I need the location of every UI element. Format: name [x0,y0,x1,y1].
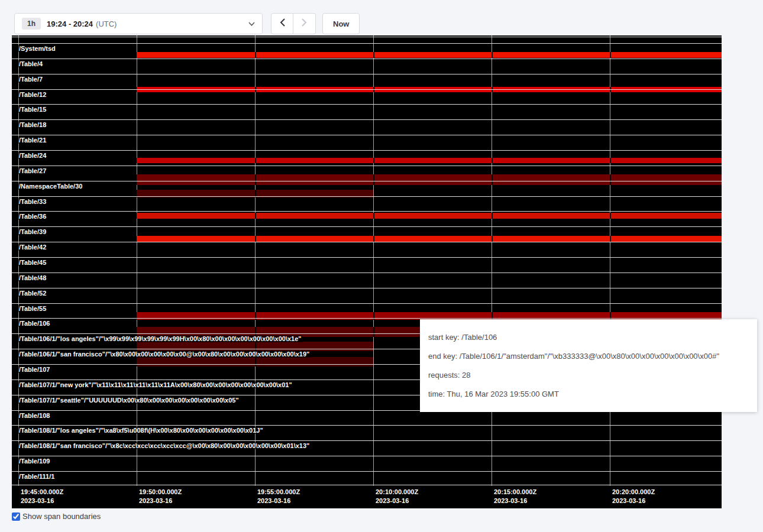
heat-band-gap [373,174,374,185]
duration-badge: 1h [22,18,41,30]
heat-band [137,52,722,58]
heat-band-gap [610,158,611,163]
span-boundary-line [12,288,722,288]
x-axis-label: 19:45:00.000Z2023-03-16 [18,488,63,505]
heat-band [137,213,722,219]
row-label: /NamespaceTable/30 [18,183,83,190]
show-span-boundaries-checkbox[interactable] [12,512,20,521]
show-span-boundaries-label: Show span boundaries [22,512,101,521]
row-label: /Table/12 [18,91,47,98]
span-boundary-line [12,456,722,456]
row-label: /Table/36 [18,213,47,220]
tooltip-start-key: start key: /Table/106 [428,332,749,342]
row-label: /Table/108/1/"san francisco"/"\x8c\xcc\x… [18,442,310,449]
row-label: /Table/15 [18,106,47,113]
row-label: /Table/111/1 [18,473,55,480]
span-boundary-line [12,226,722,227]
row-label: /Table/48 [18,274,47,281]
heat-band-gap [492,236,493,242]
heat-band [137,236,722,242]
row-label: /Table/109 [18,458,50,465]
row-label: /Table/55 [18,305,47,312]
span-boundary-line [12,181,722,181]
span-boundary-line [12,485,722,485]
span-boundary-line [12,242,722,242]
row-label: /System/tsd [18,45,56,52]
row-label: /Table/107 [18,366,50,373]
span-boundary-line [12,135,722,135]
show-span-boundaries[interactable]: Show span boundaries [12,512,101,521]
x-axis-label: 19:50:00.000Z2023-03-16 [137,488,182,505]
heat-band-gap [373,158,374,163]
row-label: /Table/108 [18,412,50,419]
span-boundary-line [12,303,722,304]
span-boundary-line [12,119,722,120]
row-label: /Table/42 [18,244,47,251]
heat-band-gap [610,52,611,58]
chevron-down-icon [248,22,255,26]
row-label: /Table/45 [18,259,47,266]
heat-band-gap [255,158,256,163]
span-boundary-line [12,89,722,90]
tooltip-end-key: end key: /Table/106/1/"amsterdam"/"\xb33… [428,351,749,361]
row-label: /Table/24 [18,152,47,159]
span-boundary-line [12,104,722,105]
span-boundary-line [12,166,722,166]
span-boundary-line [12,37,722,37]
row-label: /Table/18 [18,121,47,128]
grid-line-vertical [255,35,256,486]
span-boundary-line [12,150,722,151]
heat-band-gap [373,213,374,219]
now-button[interactable]: Now [322,13,360,34]
row-label: /Table/33 [18,198,47,205]
span-boundary-line [12,273,722,273]
x-axis-label: 20:10:00.000Z2023-03-16 [373,488,418,505]
grid-line-vertical [610,35,610,486]
time-range-select[interactable]: 1h 19:24 - 20:24 (UTC) [14,13,263,34]
heat-band-gap [373,236,374,242]
span-boundary-line [12,425,722,426]
keyvis-tooltip: start key: /Table/106 end key: /Table/10… [420,319,757,412]
heat-band-gap [492,158,493,163]
heat-band-gap [610,174,611,185]
row-label: /Table/7 [18,76,43,83]
heat-band-gap [492,52,493,58]
heat-band-gap [492,213,493,219]
x-axis-label: 20:15:00.000Z2023-03-16 [492,488,536,505]
chevron-right-icon [302,18,307,29]
time-range-label: 19:24 - 20:24 [47,20,93,28]
span-boundary-line [12,59,722,59]
grid-line-vertical [373,35,374,486]
time-nav-group [271,13,316,34]
heat-band-gap [492,174,493,185]
heat-band-gap [373,327,374,337]
span-boundary-line [12,440,722,441]
heat-band-gap [255,52,256,58]
span-boundary-line [12,196,722,197]
heat-band-gap [610,213,611,219]
grid-line-vertical [137,35,137,486]
heat-band-gap [255,174,256,185]
heat-band-gap [373,52,374,58]
tooltip-time: time: Thu, 16 Mar 2023 19:55:00 GMT [428,389,749,399]
chevron-left-icon [280,18,285,29]
keyvis-plot[interactable]: /System/tsd/Table/4/Table/7/Table/12/Tab… [12,35,722,508]
span-boundary-line [12,471,722,472]
heat-band-gap [255,213,256,219]
row-label: /Table/106/1/"los angeles"/"\x99\x99\x99… [18,335,302,342]
grid-line-vertical [492,35,492,486]
heat-band [137,174,722,185]
span-boundary-line [12,211,722,212]
span-boundary-line [12,257,722,258]
row-label: /Table/106/1/"san francisco"/"\x80\x00\x… [18,351,310,358]
x-axis-label: 19:55:00.000Z2023-03-16 [255,488,300,505]
heat-band-gap [255,236,256,242]
next-interval-button[interactable] [293,13,316,34]
row-label: /Table/107/1/"seattle"/"UUUUUUD\x00\x80\… [18,397,240,404]
heat-band-gap [255,342,256,351]
row-label: /Table/39 [18,228,47,235]
tooltip-requests: requests: 28 [428,370,749,380]
prev-interval-button[interactable] [271,13,293,34]
row-label: /Table/106 [18,320,50,327]
heat-band-gap [255,357,256,366]
